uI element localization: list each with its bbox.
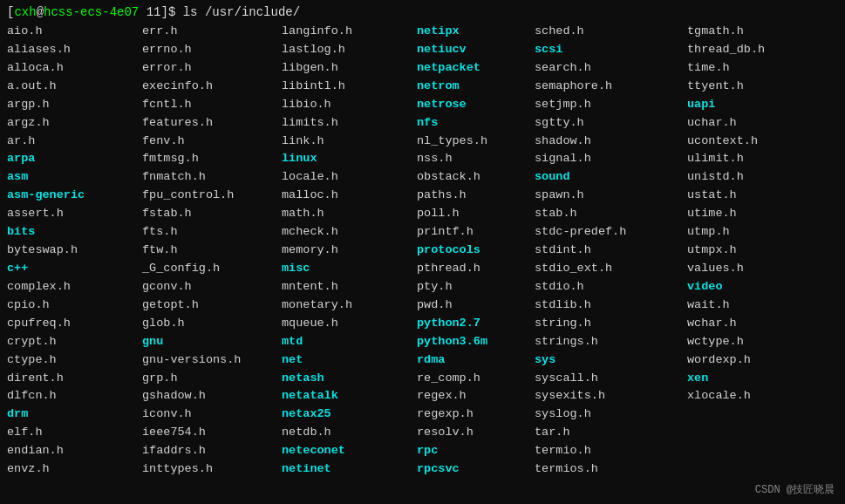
list-item: fpu_control.h <box>142 187 282 205</box>
username: cxh <box>14 5 36 19</box>
path-num: 11 <box>139 5 160 19</box>
list-item: time.h <box>687 59 822 78</box>
list-item: libio.h <box>282 96 417 114</box>
list-item: stab.h <box>535 205 687 223</box>
list-item: argp.h <box>7 96 142 114</box>
list-item: xen <box>687 370 822 388</box>
list-item: linux <box>282 150 417 168</box>
list-item <box>687 442 822 460</box>
list-item: xlocale.h <box>687 387 822 405</box>
list-item: cpufreq.h <box>7 315 142 333</box>
list-item: netiucv <box>417 41 535 59</box>
terminal: [cxh@hcss-ecs-4e07 11]$ ls /usr/include/… <box>0 0 845 504</box>
list-item: misc <box>282 260 417 278</box>
list-item: dlfcn.h <box>7 387 142 405</box>
list-item: python3.6m <box>417 333 535 351</box>
list-item: fcntl.h <box>142 96 282 114</box>
list-item: ttyent.h <box>687 78 822 96</box>
list-item: wctype.h <box>687 333 822 351</box>
list-item: sysexits.h <box>535 387 687 405</box>
list-item: stdio.h <box>535 278 687 296</box>
list-item: nfs <box>417 114 535 133</box>
list-item: ctype.h <box>7 351 142 370</box>
list-item: python2.7 <box>417 315 535 333</box>
list-item: netax25 <box>282 405 417 424</box>
list-item: nss.h <box>417 150 535 168</box>
list-item: termios.h <box>535 460 687 479</box>
list-item: crypt.h <box>7 333 142 351</box>
list-item: fenv.h <box>142 133 282 151</box>
list-item: a.out.h <box>7 78 142 96</box>
list-item: execinfo.h <box>142 78 282 96</box>
list-item: sound <box>535 168 687 187</box>
list-item: netpacket <box>417 59 535 78</box>
list-item: unistd.h <box>687 168 822 187</box>
list-item: uapi <box>687 96 822 114</box>
list-item: ftw.h <box>142 242 282 260</box>
list-item: obstack.h <box>417 168 535 187</box>
list-item: rpc <box>417 442 535 460</box>
list-item: ifaddrs.h <box>142 442 282 460</box>
list-item: c++ <box>7 260 142 278</box>
list-item: poll.h <box>417 205 535 223</box>
list-item: gshadow.h <box>142 387 282 405</box>
list-item: asm-generic <box>7 187 142 205</box>
list-item: err.h <box>142 23 282 41</box>
list-item: ustat.h <box>687 187 822 205</box>
hostname: hcss-ecs-4e07 <box>44 5 139 19</box>
list-item: endian.h <box>7 442 142 460</box>
list-item: wchar.h <box>687 315 822 333</box>
list-item: asm <box>7 168 142 187</box>
list-item: mcheck.h <box>282 223 417 242</box>
list-item: pty.h <box>417 278 535 296</box>
list-item: scsi <box>535 41 687 59</box>
list-item: dirent.h <box>7 370 142 388</box>
list-item: signal.h <box>535 150 687 168</box>
list-item: shadow.h <box>535 133 687 151</box>
list-item: mqueue.h <box>282 315 417 333</box>
list-item: cpio.h <box>7 296 142 315</box>
list-item: utime.h <box>687 205 822 223</box>
list-item: rdma <box>417 351 535 370</box>
list-item: netipx <box>417 23 535 41</box>
list-item: ulimit.h <box>687 150 822 168</box>
list-item: aliases.h <box>7 41 142 59</box>
list-item: ieee754.h <box>142 424 282 442</box>
prompt-line: [cxh@hcss-ecs-4e07 11]$ ls /usr/include/ <box>7 5 838 19</box>
list-item: aio.h <box>7 23 142 41</box>
list-item: printf.h <box>417 223 535 242</box>
list-item: gnu <box>142 333 282 351</box>
list-item: tgmath.h <box>687 23 822 41</box>
list-item: syslog.h <box>535 405 687 424</box>
list-item: inttypes.h <box>142 460 282 479</box>
list-item: stdlib.h <box>535 296 687 315</box>
list-item: error.h <box>142 59 282 78</box>
list-item: spawn.h <box>535 187 687 205</box>
list-item: byteswap.h <box>7 242 142 260</box>
list-item: sys <box>535 351 687 370</box>
watermark: CSDN @技匠晓晨 <box>755 482 835 497</box>
list-item: netinet <box>282 460 417 479</box>
list-item: bits <box>7 223 142 242</box>
list-item: video <box>687 278 822 296</box>
list-item: pwd.h <box>417 296 535 315</box>
list-item: malloc.h <box>282 187 417 205</box>
list-item: getopt.h <box>142 296 282 315</box>
list-item: argz.h <box>7 114 142 133</box>
list-item: paths.h <box>417 187 535 205</box>
list-item: tar.h <box>535 424 687 442</box>
list-item <box>687 405 822 424</box>
list-item: values.h <box>687 260 822 278</box>
list-item: strings.h <box>535 333 687 351</box>
list-item: sgtty.h <box>535 114 687 133</box>
list-item: netdb.h <box>282 424 417 442</box>
list-item: re_comp.h <box>417 370 535 388</box>
list-item: link.h <box>282 133 417 151</box>
list-item: math.h <box>282 205 417 223</box>
list-item: complex.h <box>7 278 142 296</box>
list-item <box>687 460 822 479</box>
list-item: resolv.h <box>417 424 535 442</box>
list-item: fmtmsg.h <box>142 150 282 168</box>
list-item: netatalk <box>282 387 417 405</box>
list-item: termio.h <box>535 442 687 460</box>
